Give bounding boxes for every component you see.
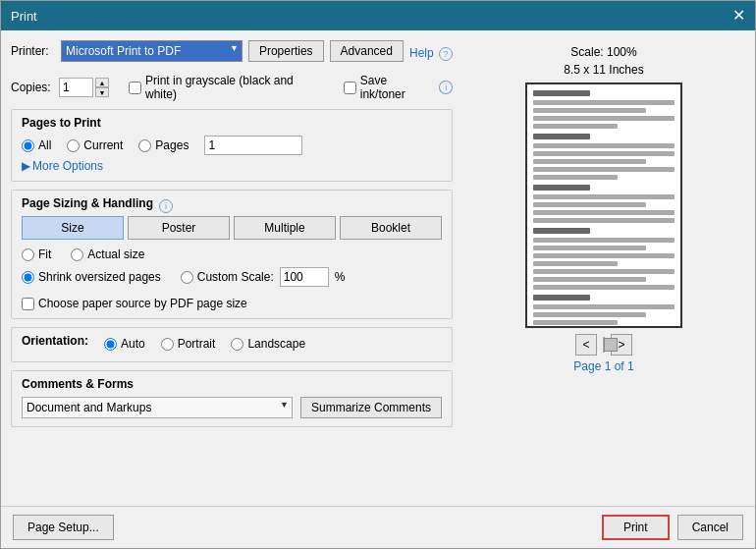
summarize-comments-button[interactable]: Summarize Comments xyxy=(300,397,442,418)
sizing-info-icon: i xyxy=(159,199,173,213)
left-panel: Printer: Microsoft Print to PDF Properti… xyxy=(11,40,453,496)
orientation-title: Orientation: xyxy=(22,334,88,348)
more-options-link[interactable]: ▶ More Options xyxy=(22,159,442,173)
sizing-title-row: Page Sizing & Handling i xyxy=(22,196,442,216)
actual-size-radio-item[interactable]: Actual size xyxy=(71,247,144,261)
poster-button[interactable]: Poster xyxy=(128,216,230,240)
percent-label: % xyxy=(335,270,346,284)
pages-radio-group: All Current Pages xyxy=(22,136,442,155)
page-setup-button[interactable]: Page Setup... xyxy=(13,515,114,540)
preview-line xyxy=(533,108,646,113)
sizing-section-title: Page Sizing & Handling xyxy=(22,196,153,210)
auto-orientation-radio[interactable] xyxy=(104,338,117,351)
copies-input[interactable] xyxy=(59,78,93,97)
paper-source-label: Choose paper source by PDF page size xyxy=(38,297,247,310)
pages-section-title: Pages to Print xyxy=(22,116,442,130)
spin-up-button[interactable]: ▲ xyxy=(95,78,109,87)
page-size-info: 8.5 x 11 Inches xyxy=(564,63,643,77)
spin-down-button[interactable]: ▼ xyxy=(95,87,109,97)
custom-scale-group: Custom Scale: % xyxy=(181,267,346,287)
comments-section-title: Comments & Forms xyxy=(22,377,442,391)
copies-group: Copies: ▲ ▼ xyxy=(11,78,109,97)
pages-input[interactable] xyxy=(204,136,302,155)
current-radio-item[interactable]: Current xyxy=(67,138,123,152)
booklet-button[interactable]: Booklet xyxy=(340,216,442,240)
size-button[interactable]: Size xyxy=(22,216,124,240)
grayscale-label: Print in grayscale (black and white) xyxy=(145,74,324,101)
save-ink-group: Save ink/toner i xyxy=(344,74,453,101)
fit-radio-item[interactable]: Fit xyxy=(22,247,51,261)
preview-line xyxy=(533,116,675,121)
portrait-orientation-item[interactable]: Portrait xyxy=(161,337,216,351)
multiple-button[interactable]: Multiple xyxy=(234,216,336,240)
orientation-section: Orientation: Auto Portrait Landscape xyxy=(11,327,453,362)
printer-select[interactable]: Microsoft Print to PDF xyxy=(61,40,243,62)
preview-line xyxy=(533,124,618,129)
shrink-radio-item[interactable]: Shrink oversized pages xyxy=(22,270,161,284)
landscape-orientation-item[interactable]: Landscape xyxy=(231,337,305,351)
preview-panel: Scale: 100% 8.5 x 11 Inches xyxy=(462,40,745,496)
preview-line xyxy=(533,246,646,250)
grayscale-checkbox[interactable] xyxy=(129,82,141,94)
pages-radio-item[interactable]: Pages xyxy=(138,138,189,152)
actual-size-radio[interactable] xyxy=(71,248,83,261)
page-indicator: Page 1 of 1 xyxy=(573,359,633,373)
bottom-bar: Page Setup... Print Cancel xyxy=(1,506,755,548)
all-radio-item[interactable]: All xyxy=(22,138,51,152)
sizing-options: Fit Actual size Shrink oversized pages xyxy=(22,247,442,310)
close-button[interactable]: ✕ xyxy=(732,8,745,24)
preview-line xyxy=(533,261,618,266)
custom-scale-radio-item[interactable]: Custom Scale: xyxy=(181,270,274,284)
landscape-radio[interactable] xyxy=(231,338,243,351)
current-radio[interactable] xyxy=(67,139,80,152)
cancel-button[interactable]: Cancel xyxy=(677,515,743,540)
preview-line xyxy=(533,269,675,274)
preview-line xyxy=(533,238,675,243)
preview-line xyxy=(533,151,675,156)
preview-line xyxy=(533,210,675,215)
portrait-radio[interactable] xyxy=(161,338,174,351)
preview-line xyxy=(533,304,675,309)
title-bar: Print ✕ xyxy=(1,1,755,30)
preview-prev-button[interactable]: < xyxy=(575,334,597,356)
comments-row: Document and Markups Document Form field… xyxy=(22,397,442,418)
all-radio[interactable] xyxy=(22,139,34,152)
help-link[interactable]: Help ? xyxy=(409,46,453,61)
copies-label: Copies: xyxy=(11,81,55,94)
copies-spinner: ▲ ▼ xyxy=(95,78,109,97)
properties-button[interactable]: Properties xyxy=(248,40,324,62)
print-dialog: Print ✕ Printer: Microsoft Print to PDF … xyxy=(0,0,756,549)
preview-line xyxy=(533,285,675,290)
auto-orientation-item[interactable]: Auto xyxy=(104,337,145,351)
preview-line xyxy=(533,185,590,191)
preview-line xyxy=(533,202,646,207)
save-ink-label: Save ink/toner xyxy=(360,74,434,101)
preview-line xyxy=(533,100,675,105)
save-ink-checkbox[interactable] xyxy=(344,82,356,94)
scale-input[interactable] xyxy=(280,267,329,287)
preview-line xyxy=(533,295,590,301)
comments-forms-section: Comments & Forms Document and Markups Do… xyxy=(11,370,453,427)
preview-line xyxy=(533,159,646,164)
help-icon: ? xyxy=(439,47,453,61)
preview-line xyxy=(533,218,675,223)
preview-nav: < > xyxy=(575,334,632,356)
printer-select-wrapper: Microsoft Print to PDF xyxy=(61,40,243,62)
preview-slider[interactable] xyxy=(603,337,605,353)
page-sizing-section: Page Sizing & Handling i Size Poster Mul… xyxy=(11,190,453,319)
comments-select[interactable]: Document and Markups Document Form field… xyxy=(22,397,293,418)
print-button[interactable]: Print xyxy=(602,515,670,540)
custom-scale-radio[interactable] xyxy=(181,271,193,284)
copies-grayscale-row: Copies: ▲ ▼ Print in grayscale (black an… xyxy=(11,74,453,101)
preview-line xyxy=(533,90,590,96)
preview-line xyxy=(533,320,618,325)
save-ink-info-icon: i xyxy=(439,81,453,94)
paper-source-checkbox[interactable] xyxy=(22,298,34,310)
slider-thumb xyxy=(604,338,618,352)
advanced-button[interactable]: Advanced xyxy=(330,40,404,62)
preview-line xyxy=(533,194,675,199)
preview-container xyxy=(525,82,682,328)
shrink-radio[interactable] xyxy=(22,271,34,284)
pages-radio[interactable] xyxy=(138,139,151,152)
fit-radio[interactable] xyxy=(22,248,34,261)
